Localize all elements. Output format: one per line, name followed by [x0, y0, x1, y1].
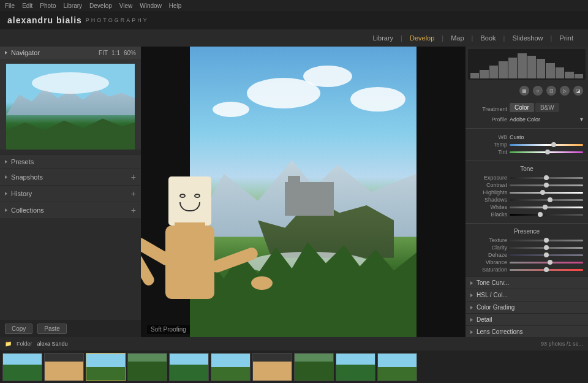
- tint-slider-thumb[interactable]: [545, 150, 550, 154]
- color-grading-header[interactable]: Color Grading: [466, 301, 588, 313]
- exposure-thumb[interactable]: [544, 175, 549, 180]
- hsl-header[interactable]: HSL / Col...: [466, 289, 588, 301]
- tone-section: Tone Exposure Contrast Highlights Shadow…: [466, 163, 588, 221]
- filmstrip-thumb[interactable]: [252, 353, 292, 381]
- title-bar: alexandru bialis PHOTOGRAPHY: [0, 11, 588, 29]
- navigator-thumbnail[interactable]: [6, 64, 135, 150]
- clarity-thumb[interactable]: [544, 245, 549, 250]
- color-tab[interactable]: Color: [510, 103, 534, 112]
- filmstrip-thumb[interactable]: [294, 353, 334, 381]
- heal-icon[interactable]: ⊡: [546, 86, 556, 96]
- profile-value[interactable]: Adobe Color: [510, 116, 578, 123]
- highlights-thumb[interactable]: [540, 190, 545, 195]
- graduated-icon[interactable]: ▷: [560, 86, 570, 96]
- clarity-slider[interactable]: [510, 247, 583, 249]
- lens-corrections-header[interactable]: Lens Corrections: [466, 325, 588, 337]
- bw-tab[interactable]: B&W: [535, 103, 559, 112]
- menu-bar: File Edit Photo Library Develop View Win…: [0, 0, 588, 11]
- filmstrip-thumb[interactable]: [336, 353, 375, 381]
- shadows-slider[interactable]: [510, 199, 583, 201]
- collections-collapse-icon: [5, 208, 7, 212]
- filmstrip-thumb[interactable]: [127, 353, 167, 381]
- dehaze-thumb[interactable]: [544, 252, 549, 257]
- whites-row: Whites: [470, 204, 583, 210]
- nav-print[interactable]: Print: [554, 33, 578, 43]
- mannequin-body: [165, 226, 214, 299]
- texture-thumb[interactable]: [544, 238, 549, 243]
- clarity-label: Clarity: [470, 245, 507, 251]
- tone-curve-header[interactable]: Tone Curv...: [466, 276, 588, 289]
- saturation-thumb[interactable]: [544, 267, 549, 272]
- dehaze-slider[interactable]: [510, 254, 583, 256]
- highlights-row: Highlights: [470, 189, 583, 195]
- snapshots-add-icon[interactable]: +: [131, 172, 136, 182]
- snapshots-section[interactable]: Snapshots +: [0, 169, 141, 185]
- nav-develop[interactable]: Develop: [405, 33, 439, 43]
- hist-bar: [470, 73, 479, 78]
- menu-edit[interactable]: Edit: [22, 2, 32, 9]
- menu-develop[interactable]: Develop: [89, 2, 112, 9]
- whites-slider[interactable]: [510, 207, 583, 208]
- tone-curve-label: Tone Curv...: [477, 279, 509, 286]
- shadows-thumb[interactable]: [548, 197, 552, 202]
- collections-add-icon[interactable]: +: [131, 205, 136, 215]
- nav-book[interactable]: Book: [475, 33, 500, 43]
- navigator-title: Navigator: [11, 49, 40, 56]
- hist-bar: [556, 67, 564, 78]
- tool-icons: ▦ ○ ⊡ ▷ ◪: [466, 82, 588, 99]
- tint-slider[interactable]: [510, 151, 583, 153]
- filmstrip-thumb[interactable]: [169, 353, 209, 381]
- thumb-bg: [45, 354, 83, 381]
- hist-bar: [565, 72, 573, 79]
- menu-help[interactable]: Help: [169, 2, 182, 9]
- highlights-slider[interactable]: [510, 192, 583, 194]
- contrast-thumb[interactable]: [544, 183, 549, 188]
- menu-file[interactable]: File: [5, 2, 15, 9]
- contrast-slider[interactable]: [510, 184, 583, 186]
- saturation-slider[interactable]: [510, 269, 583, 271]
- whites-thumb[interactable]: [543, 205, 548, 210]
- nav-map[interactable]: Map: [446, 33, 469, 43]
- filmstrip-thumb[interactable]: [2, 353, 42, 381]
- hist-bar: [518, 53, 526, 78]
- temp-slider-thumb[interactable]: [551, 142, 556, 147]
- vibrance-thumb[interactable]: [548, 260, 552, 265]
- menu-library[interactable]: Library: [64, 2, 83, 9]
- menu-view[interactable]: View: [119, 2, 133, 9]
- paste-button[interactable]: Paste: [37, 324, 67, 334]
- filmstrip-thumbs: [0, 351, 588, 383]
- zoom1-label[interactable]: 1:1: [111, 50, 120, 56]
- filmstrip-thumb[interactable]: [44, 353, 84, 381]
- vibrance-slider[interactable]: [510, 262, 583, 264]
- navigator-section: Navigator FIT 1:1 60%: [0, 47, 141, 150]
- filmstrip-thumb-selected[interactable]: [86, 353, 126, 381]
- detail-header[interactable]: Detail: [466, 313, 588, 325]
- navigator-header[interactable]: Navigator FIT 1:1 60%: [0, 47, 141, 59]
- wb-value[interactable]: Custo: [510, 134, 583, 140]
- nav-library[interactable]: Library: [368, 33, 398, 43]
- nav-thumb-clouds: [32, 72, 109, 94]
- menu-photo[interactable]: Photo: [40, 2, 56, 9]
- presets-section[interactable]: Presets: [0, 154, 141, 169]
- copy-button[interactable]: Copy: [5, 324, 32, 334]
- fit-label[interactable]: FIT: [99, 50, 108, 56]
- nav-slideshow[interactable]: Slideshow: [507, 33, 548, 43]
- menu-window[interactable]: Window: [140, 2, 162, 9]
- histogram-icon[interactable]: ▦: [519, 86, 529, 96]
- temp-slider[interactable]: [510, 144, 583, 146]
- filmstrip-thumb[interactable]: [377, 353, 417, 381]
- tone-heading: Tone: [470, 165, 583, 172]
- zoom2-label[interactable]: 60%: [124, 50, 136, 56]
- brush-icon[interactable]: ◪: [573, 86, 583, 96]
- divider: [466, 223, 588, 224]
- blacks-slider[interactable]: [510, 214, 583, 216]
- history-section[interactable]: History +: [0, 185, 141, 202]
- collections-section[interactable]: Collections +: [0, 202, 141, 218]
- filmstrip-thumb[interactable]: [211, 353, 251, 381]
- exposure-slider[interactable]: [510, 177, 583, 179]
- profile-arrow-icon[interactable]: ▾: [580, 116, 583, 123]
- history-add-icon[interactable]: +: [131, 189, 136, 199]
- crop-icon[interactable]: ○: [533, 86, 543, 96]
- blacks-thumb[interactable]: [538, 212, 543, 217]
- texture-slider[interactable]: [510, 240, 583, 241]
